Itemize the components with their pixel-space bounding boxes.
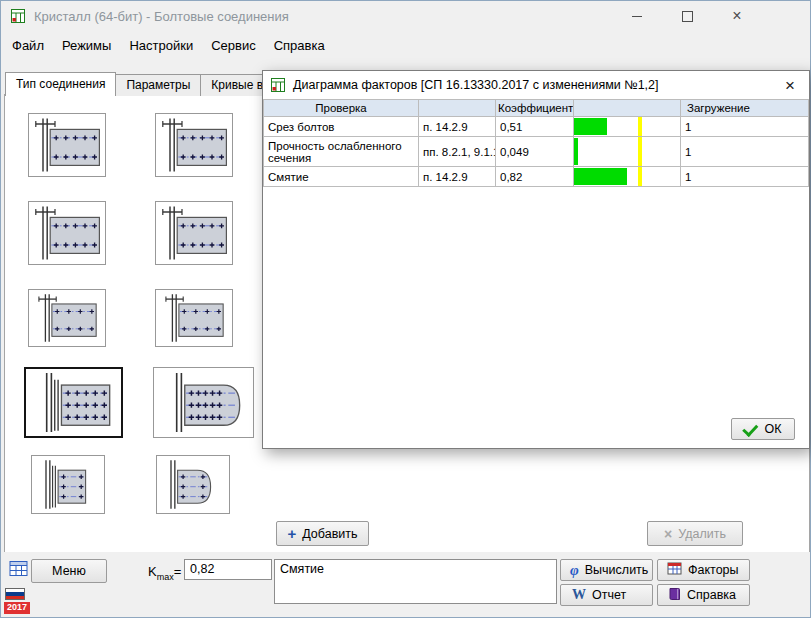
delete-button-label: Удалить — [678, 527, 726, 541]
connection-drawing — [157, 115, 231, 175]
menu-service[interactable]: Сервис — [202, 33, 265, 58]
coefficient-cell: 0,51 — [496, 117, 574, 137]
minimize-button[interactable] — [612, 1, 662, 31]
connection-drawing — [30, 203, 104, 263]
check-name-cell: Смятие — [264, 167, 419, 187]
connection-type-tee-2x4-a[interactable] — [28, 289, 106, 347]
compute-button-label: Вычислить — [585, 563, 649, 577]
menu-button[interactable]: Меню — [31, 559, 107, 583]
factor-bar — [574, 168, 627, 185]
window-title: Кристалл (64-бит) - Болтовые соединения — [34, 9, 289, 24]
connection-drawing — [30, 115, 104, 175]
kmax-value-field[interactable]: 0,82 — [184, 559, 272, 580]
window-controls: × — [612, 1, 762, 31]
connection-drawing — [155, 369, 252, 436]
limit-line — [638, 167, 642, 186]
close-icon: × — [732, 8, 741, 24]
header-load: Загружение — [681, 100, 809, 117]
checkmark-icon — [743, 420, 759, 436]
factor-row-net-section[interactable]: Прочность ослабленного сечения пп. 8.2.1… — [264, 137, 809, 167]
compute-button[interactable]: φ Вычислить — [560, 559, 653, 581]
book-icon — [667, 587, 681, 604]
dialog-title: Диаграмма факторов [СП 16.13330.2017 с и… — [293, 78, 659, 92]
connection-type-tee-2x4-b[interactable] — [155, 289, 233, 347]
connection-drawing — [157, 203, 231, 263]
delete-button[interactable]: × Удалить — [647, 521, 743, 546]
help-button[interactable]: Справка — [657, 584, 750, 606]
check-name-cell: Срез болтов — [264, 117, 419, 137]
plus-icon: + — [287, 526, 296, 541]
connection-drawing — [33, 457, 103, 512]
connection-type-tee-2x5-a[interactable] — [28, 113, 106, 177]
factors-button[interactable]: Факторы — [657, 559, 750, 581]
connection-drawing — [30, 291, 104, 345]
header-diagram — [574, 100, 681, 117]
connection-type-tee-2x5-b[interactable] — [155, 113, 233, 177]
titlebar[interactable]: Кристалл (64-бит) - Болтовые соединения … — [1, 1, 810, 31]
ok-button[interactable]: ОК — [731, 418, 795, 440]
factor-row-bearing[interactable]: Смятие п. 14.2.9 0,82 1 — [264, 167, 809, 187]
limit-line — [638, 137, 642, 166]
factor-bar-cell — [574, 117, 681, 137]
dialog-close-button[interactable]: × — [776, 74, 804, 97]
factors-table: Проверка Коэффициент Загружение Срез бол… — [263, 99, 809, 187]
coefficient-cell: 0,049 — [496, 137, 574, 167]
factors-button-label: Факторы — [688, 563, 739, 577]
load-case-cell: 1 — [681, 137, 809, 167]
load-case-cell: 1 — [681, 167, 809, 187]
menu-button-label: Меню — [52, 564, 86, 578]
menubar: Файл Режимы Настройки Сервис Справка — [3, 33, 334, 58]
phi-icon: φ — [570, 563, 579, 578]
connection-type-rounded-3x5[interactable] — [153, 367, 254, 438]
factor-bar — [574, 138, 578, 165]
tab-connection-type[interactable]: Тип соединения — [5, 72, 116, 96]
norm-ref-cell: п. 14.2.9 — [419, 117, 496, 137]
header-norm — [419, 100, 496, 117]
menu-modes[interactable]: Режимы — [53, 33, 120, 58]
connection-type-splice-3x5[interactable] — [24, 367, 123, 438]
delete-x-icon: × — [664, 527, 672, 541]
russia-flag-icon — [5, 588, 25, 600]
factor-row-bolt-shear[interactable]: Срез болтов п. 14.2.9 0,51 1 — [264, 117, 809, 137]
check-name-cell: Прочность ослабленного сечения — [264, 137, 419, 167]
factor-bar-cell — [574, 137, 681, 167]
maximize-button[interactable] — [662, 1, 712, 31]
menu-file[interactable]: Файл — [3, 33, 53, 58]
connection-type-tee-2x5-d[interactable] — [155, 201, 233, 265]
header-check: Проверка — [264, 100, 419, 117]
factor-bar-cell — [574, 167, 681, 187]
report-button[interactable]: W Отчет — [560, 584, 653, 606]
menu-settings[interactable]: Настройки — [120, 33, 202, 58]
factors-table-icon — [667, 562, 682, 578]
connection-drawing — [158, 457, 228, 512]
connection-drawing — [157, 291, 231, 345]
add-button[interactable]: + Добавить — [276, 521, 369, 546]
tab-parameters[interactable]: Параметры — [115, 74, 201, 96]
governing-check-field[interactable]: Смятие — [274, 559, 557, 604]
connection-type-tee-2x5-c[interactable] — [28, 201, 106, 265]
menu-help[interactable]: Справка — [265, 33, 334, 58]
dialog-app-icon — [270, 77, 286, 93]
report-button-label: Отчет — [592, 588, 626, 602]
connection-type-splice-3x2[interactable] — [31, 455, 105, 514]
factor-bar — [574, 118, 607, 135]
connection-type-rounded-3x2[interactable] — [156, 455, 230, 514]
help-button-label: Справка — [687, 588, 736, 602]
close-button[interactable]: × — [712, 1, 762, 31]
add-button-label: Добавить — [302, 527, 357, 541]
ok-label: ОК — [764, 422, 781, 436]
statusbar: Меню Kmax= 0,82 Смятие φ Вычислить Факто… — [1, 552, 810, 617]
minimize-icon — [632, 16, 642, 17]
maximize-icon — [682, 11, 693, 22]
dialog-titlebar[interactable]: Диаграмма факторов [СП 16.13330.2017 с и… — [263, 71, 809, 99]
kmax-label: Kmax= — [148, 564, 181, 582]
coefficient-cell: 0,82 — [496, 167, 574, 187]
app-icon — [10, 8, 26, 24]
norm-ref-cell: п. 14.2.9 — [419, 167, 496, 187]
factors-header-row: Проверка Коэффициент Загружение — [264, 100, 809, 117]
connection-drawing — [26, 369, 121, 436]
year-badge: 2017 — [4, 602, 30, 614]
norm-ref-cell: пп. 8.2.1, 9.1.1 — [419, 137, 496, 167]
word-icon: W — [572, 588, 586, 602]
connections-table-icon — [9, 560, 28, 577]
